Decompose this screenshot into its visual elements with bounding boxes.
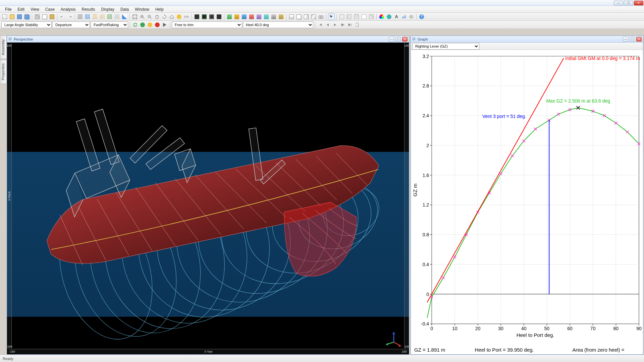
menu-view[interactable]: View	[28, 6, 42, 13]
copy-button[interactable]	[41, 13, 48, 20]
menu-display[interactable]: Display	[98, 6, 117, 13]
menu-results[interactable]: Results	[79, 6, 98, 13]
trim-select[interactable]: Free to trim	[172, 21, 242, 28]
zoom-in-button[interactable]	[139, 13, 146, 20]
pause-button[interactable]	[147, 21, 153, 28]
grid-button-6[interactable]	[114, 13, 120, 20]
layer-btn-1[interactable]	[338, 13, 345, 20]
measure-button[interactable]	[183, 13, 190, 20]
new-file-button[interactable]	[1, 13, 8, 20]
grid-button-4[interactable]	[99, 13, 106, 20]
zoom-extents-button[interactable]	[131, 13, 138, 20]
anim-next-button[interactable]	[339, 21, 346, 28]
anim-end-button[interactable]	[346, 21, 353, 28]
anim-begin-button[interactable]	[317, 21, 324, 28]
pitch-ruler-left: 180 0 Pitch -180	[7, 43, 12, 349]
anim-loop-button[interactable]	[354, 21, 361, 28]
window-split-button[interactable]	[303, 13, 310, 20]
home-icon	[169, 14, 174, 19]
open-file-button[interactable]	[9, 13, 15, 20]
tank-btn-7[interactable]	[270, 13, 277, 20]
color-palette-button[interactable]	[386, 13, 392, 20]
gz-plot[interactable]: 0102030405060708090-0.400.40.81.21.622.4…	[411, 50, 643, 354]
sidetab-assembly[interactable]: Assembly	[0, 36, 7, 59]
help-button[interactable]: ?	[418, 13, 425, 20]
window-close-button[interactable]: ✕	[634, 1, 643, 5]
window-cascade-button[interactable]	[296, 13, 302, 20]
menu-data[interactable]: Data	[117, 6, 132, 13]
panel-close-button[interactable]: ✕	[636, 37, 642, 42]
grid-button-1[interactable]	[77, 13, 84, 20]
menu-analysis[interactable]: Analysis	[58, 6, 79, 13]
anim-prev-button[interactable]	[324, 21, 331, 28]
layer-btn-4[interactable]	[361, 13, 367, 20]
layer-btn-2[interactable]	[346, 13, 353, 20]
pointer-active-button[interactable]	[328, 13, 335, 20]
tank-btn-5[interactable]	[256, 13, 262, 20]
damage-case-select[interactable]: FwdPortRaking	[91, 21, 128, 28]
grid-icon	[85, 14, 90, 19]
zoom-out-button[interactable]	[146, 13, 153, 20]
menu-edit[interactable]: Edit	[14, 6, 28, 13]
render-button[interactable]	[176, 13, 182, 20]
save-all-button[interactable]	[23, 13, 30, 20]
redo-button[interactable]	[66, 13, 73, 20]
rotate-button[interactable]	[161, 13, 168, 20]
grid-button-5[interactable]	[106, 13, 113, 20]
text-button[interactable]: A	[393, 13, 400, 20]
paste-button[interactable]	[49, 13, 55, 20]
window-maximize-button[interactable]: ☐	[624, 1, 633, 5]
pan-button[interactable]	[154, 13, 160, 20]
run-button[interactable]	[139, 21, 146, 28]
grid4-icon	[311, 14, 316, 19]
tank-btn-1[interactable]	[226, 13, 233, 20]
panel-minimize-button[interactable]: —	[623, 37, 628, 42]
grid-button-7[interactable]	[121, 13, 128, 20]
refresh-button[interactable]	[132, 21, 139, 28]
menu-file[interactable]: File	[2, 6, 14, 13]
tank-btn-6[interactable]	[263, 13, 270, 20]
menu-help[interactable]: Help	[152, 6, 167, 13]
display-hidden-button[interactable]	[208, 13, 215, 20]
perspective-titlebar[interactable]: Perspective — ☐ ✕	[7, 36, 409, 43]
graph-titlebar[interactable]: Graph — ☐ ✕	[411, 36, 643, 43]
panel-close-button[interactable]: ✕	[402, 37, 408, 42]
step-button[interactable]	[161, 21, 168, 28]
analysis-type-select[interactable]: Large Angle Stability	[1, 21, 52, 28]
window-minimize-button[interactable]: —	[614, 1, 623, 5]
chart-button[interactable]	[400, 13, 407, 20]
heel-select[interactable]: Heel 40.0 deg	[243, 21, 313, 28]
loadcase-select[interactable]: Departure	[52, 21, 90, 28]
yaw-ruler: -180 0 Yaw 180	[8, 349, 408, 354]
anim-play-button[interactable]	[332, 21, 338, 28]
settings-button[interactable]	[408, 13, 415, 20]
window-tile-button[interactable]	[288, 13, 295, 20]
tank-btn-4[interactable]	[248, 13, 255, 20]
graph-quantity-select[interactable]: Righting Lever (GZ)	[412, 43, 479, 50]
tank-btn-8[interactable]	[278, 13, 284, 20]
sidetab-properties[interactable]: Properties	[0, 60, 7, 84]
panel-maximize-button[interactable]: ☐	[395, 37, 401, 42]
display-ghosted-button[interactable]	[216, 13, 222, 20]
save-button[interactable]	[16, 13, 23, 20]
cut-button[interactable]	[34, 13, 41, 20]
menu-window[interactable]: Window	[132, 6, 152, 13]
menu-case[interactable]: Case	[42, 6, 58, 13]
window-grid-button[interactable]	[310, 13, 317, 20]
home-view-button[interactable]	[168, 13, 175, 20]
tank-btn-3[interactable]	[241, 13, 248, 20]
viewport-3d[interactable]: 180 0 Pitch -180 180 -180 -180 0 Yaw 180	[7, 43, 409, 354]
grid-button-3[interactable]	[92, 13, 98, 20]
tank-btn-2[interactable]	[233, 13, 240, 20]
color-spectrum-button[interactable]	[378, 13, 385, 20]
camera-button[interactable]	[318, 13, 324, 20]
stop-button[interactable]	[154, 21, 161, 28]
panel-maximize-button[interactable]: ☐	[630, 37, 635, 42]
layer-btn-3[interactable]	[353, 13, 360, 20]
display-shaded-button[interactable]	[194, 13, 200, 20]
grid-button-2[interactable]	[84, 13, 91, 20]
display-wireframe-button[interactable]	[201, 13, 208, 20]
layer-btn-5[interactable]	[368, 13, 375, 20]
undo-button[interactable]	[59, 13, 66, 20]
panel-minimize-button[interactable]: —	[389, 37, 394, 42]
